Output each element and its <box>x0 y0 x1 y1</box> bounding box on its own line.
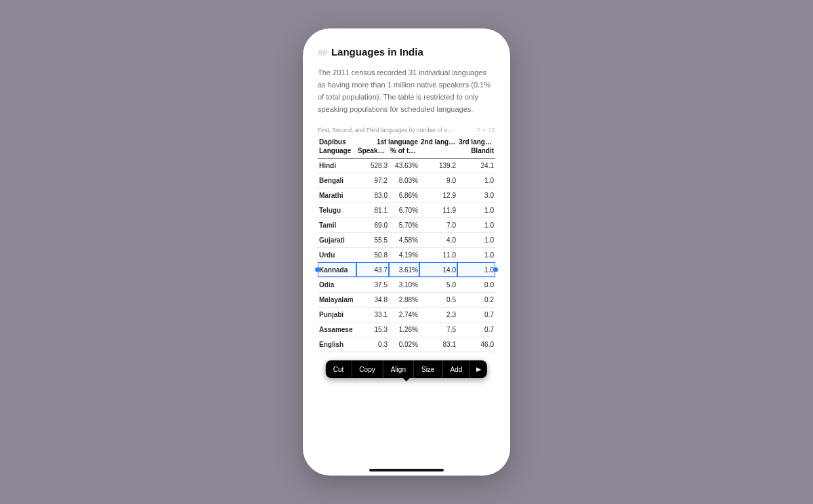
cell-percent[interactable]: 2.88% <box>389 292 419 307</box>
table-row[interactable]: Gujarati55.54.58%4.01.0 <box>318 232 495 247</box>
cell-speakers[interactable]: 0.3 <box>356 337 389 352</box>
cell-percent[interactable]: 3.10% <box>389 277 419 292</box>
cell-third[interactable]: 0.2 <box>457 292 495 307</box>
cell-language[interactable]: Kannada <box>318 262 356 277</box>
table-row[interactable]: Tamil69.05.70%7.01.0 <box>318 217 495 232</box>
cell-percent[interactable]: 4.58% <box>389 232 419 247</box>
cell-language[interactable]: Marathi <box>318 188 356 203</box>
cell-third[interactable]: 1.0 <box>457 247 495 262</box>
cell-speakers[interactable]: 69.0 <box>356 217 389 232</box>
languages-table[interactable]: Dapibus 1st language 2nd language 3rd la… <box>318 135 495 352</box>
cell-second[interactable]: 139.2 <box>419 158 457 173</box>
cell-third[interactable]: 1.0 <box>457 203 495 217</box>
cell-third[interactable]: 0.7 <box>457 322 495 337</box>
table-row[interactable]: Malayalam34.82.88%0.50.2 <box>318 292 495 307</box>
cell-third[interactable]: 1.0 <box>457 173 495 188</box>
table-row[interactable]: Marathi83.06.86%12.93.0 <box>318 188 495 203</box>
context-menu-size[interactable]: Size <box>414 360 442 378</box>
cell-language[interactable]: Gujarati <box>318 232 356 247</box>
group-header-third-language: 3rd language <box>457 135 495 146</box>
table-row[interactable]: Assamese15.31.26%7.50.7 <box>318 322 495 337</box>
cell-second[interactable]: 2.3 <box>419 307 457 322</box>
cell-third[interactable]: 46.0 <box>457 337 495 352</box>
cell-speakers[interactable]: 34.8 <box>356 292 389 307</box>
cell-language[interactable]: Hindi <box>318 158 356 173</box>
selection-handle-left[interactable] <box>315 268 320 272</box>
context-menu-cut[interactable]: Cut <box>326 360 352 378</box>
cell-speakers[interactable]: 55.5 <box>356 232 389 247</box>
cell-percent[interactable]: 0.02% <box>389 337 419 352</box>
cell-percent[interactable]: 6.70% <box>389 203 419 217</box>
ghost-header-right: Blandit <box>457 146 495 159</box>
cell-speakers[interactable]: 50.8 <box>356 247 389 262</box>
cell-speakers[interactable]: 83.0 <box>356 188 389 203</box>
cell-second[interactable]: 11.0 <box>419 247 457 262</box>
cell-second[interactable]: 14.0 <box>419 262 457 277</box>
cell-speakers[interactable]: 81.1 <box>356 203 389 217</box>
cell-speakers[interactable]: 43.7 <box>356 262 389 277</box>
context-menu-more-icon[interactable]: ▶ <box>470 360 487 378</box>
cell-language[interactable]: Bengali <box>318 173 356 188</box>
intro-paragraph: The 2011 census recorded 31 individual l… <box>318 66 495 116</box>
cell-second[interactable]: 12.9 <box>419 188 457 203</box>
cell-language[interactable]: Assamese <box>318 322 356 337</box>
cell-language[interactable]: English <box>318 337 356 352</box>
cell-second[interactable]: 5.0 <box>419 277 457 292</box>
col-header-speakers: Speakers <box>356 146 389 159</box>
cell-language[interactable]: Odia <box>318 277 356 292</box>
cell-percent[interactable]: 4.19% <box>389 247 419 262</box>
table-row[interactable]: Telugu81.16.70%11.91.0 <box>318 203 495 217</box>
cell-percent[interactable]: 8.03% <box>389 173 419 188</box>
group-header-first-language: 1st language <box>356 135 419 146</box>
cell-percent[interactable]: 3.61% <box>389 262 419 277</box>
cell-language[interactable]: Tamil <box>318 217 356 232</box>
cell-language[interactable]: Punjabi <box>318 307 356 322</box>
cell-third[interactable]: 3.0 <box>457 188 495 203</box>
cell-percent[interactable]: 1.26% <box>389 322 419 337</box>
context-menu-copy[interactable]: Copy <box>352 360 383 378</box>
cell-second[interactable]: 11.9 <box>419 203 457 217</box>
table-row[interactable]: Bengali97.28.03%9.01.0 <box>318 173 495 188</box>
cell-second[interactable]: 83.1 <box>419 337 457 352</box>
table-row[interactable]: Hindi528.343.63%139.224.1 <box>318 158 495 173</box>
cell-percent[interactable]: 2.74% <box>389 307 419 322</box>
table-row[interactable]: English0.30.02%83.146.0 <box>318 337 495 352</box>
cell-speakers[interactable]: 15.3 <box>356 322 389 337</box>
selection-handle-right[interactable] <box>493 268 498 272</box>
ghost-header-left: Dapibus <box>318 135 356 146</box>
cell-second[interactable]: 4.0 <box>419 232 457 247</box>
cell-third[interactable]: 1.0 <box>457 262 495 277</box>
cell-third[interactable]: 0.7 <box>457 307 495 322</box>
markdown-hash-icon: ## <box>318 47 327 58</box>
table-row[interactable]: Punjabi33.12.74%2.30.7 <box>318 307 495 322</box>
cell-third[interactable]: 1.0 <box>457 217 495 232</box>
table-caption-row: First, Second, and Third languages by nu… <box>318 127 495 133</box>
cell-second[interactable]: 0.5 <box>419 292 457 307</box>
table-row[interactable]: Odia37.53.10%5.00.0 <box>318 277 495 292</box>
cell-language[interactable]: Urdu <box>318 247 356 262</box>
cell-second[interactable]: 7.0 <box>419 217 457 232</box>
home-indicator[interactable] <box>369 469 444 471</box>
cell-second[interactable]: 7.5 <box>419 322 457 337</box>
cell-speakers[interactable]: 97.2 <box>356 173 389 188</box>
cell-speakers[interactable]: 33.1 <box>356 307 389 322</box>
cell-third[interactable]: 0.0 <box>457 277 495 292</box>
cell-percent[interactable]: 43.63% <box>389 158 419 173</box>
context-menu-add[interactable]: Add <box>442 360 470 378</box>
cell-percent[interactable]: 5.70% <box>389 217 419 232</box>
table-row[interactable]: Kannada43.73.61%14.01.0 <box>318 262 495 277</box>
context-menu-align[interactable]: Align <box>383 360 414 378</box>
cell-third[interactable]: 1.0 <box>457 232 495 247</box>
heading: ## Languages in India <box>318 46 495 58</box>
cell-speakers[interactable]: 528.3 <box>356 158 389 173</box>
page-title: Languages in India <box>331 46 423 58</box>
cell-percent[interactable]: 6.86% <box>389 188 419 203</box>
cell-speakers[interactable]: 37.5 <box>356 277 389 292</box>
cell-language[interactable]: Telugu <box>318 203 356 217</box>
table-wrapper: Dapibus 1st language 2nd language 3rd la… <box>318 135 495 352</box>
cell-third[interactable]: 24.1 <box>457 158 495 173</box>
cell-language[interactable]: Malayalam <box>318 292 356 307</box>
table-dimensions: 5 × 15 <box>477 127 495 133</box>
table-row[interactable]: Urdu50.84.19%11.01.0 <box>318 247 495 262</box>
cell-second[interactable]: 9.0 <box>419 173 457 188</box>
